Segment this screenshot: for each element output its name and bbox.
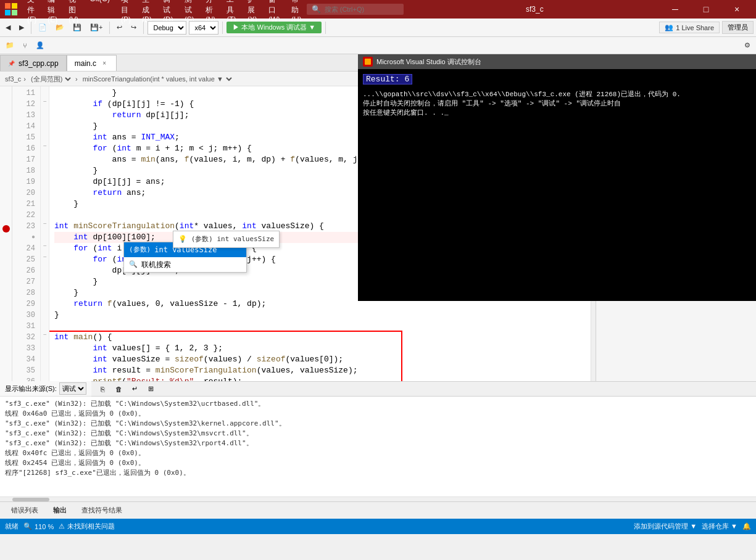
line-num: 28 — [17, 287, 35, 299]
save-all-button[interactable]: 💾+ — [87, 22, 106, 33]
output-line-6: 线程 0x40fc 已退出，返回值为 0 (0x0)。 — [5, 448, 751, 458]
code-line-37: printf("Result: %d\n", result); — [54, 376, 586, 381]
line-num: 36 — [17, 376, 35, 381]
properties-button[interactable]: ⚙ — [741, 39, 754, 51]
window-controls: ─ □ × — [661, 0, 751, 19]
output-line-8: 程序"[21268] sf3_c.exe"已退出，返回值为 0 (0x0)。 — [5, 468, 751, 478]
line-num: 11 — [17, 88, 35, 99]
autocomplete-label-1: 联机搜索 — [141, 259, 171, 270]
line-num: 22 — [17, 210, 35, 221]
hint-text: (参数) int valuesSize — [191, 235, 275, 243]
bottom-tab-find-results[interactable]: 查找符号结果 — [75, 504, 128, 516]
toolbar-separator-4 — [222, 22, 223, 34]
team-explorer-button[interactable]: 👤 — [33, 39, 48, 51]
tab-label-main: main.c — [75, 59, 96, 68]
bottom-tab-errors[interactable]: 错误列表 — [5, 504, 44, 516]
breakpoint-marker[interactable] — [2, 225, 10, 233]
collapse-btn-25[interactable]: − — [41, 243, 49, 254]
status-bar-right: 添加到源代码管理 ▼ 选择仓库 ▼ 🔔 — [634, 522, 751, 531]
collapse-btn-33[interactable]: − — [41, 332, 49, 343]
collapse-gutter: − − − − − − — [41, 86, 49, 381]
open-button[interactable]: 📂 — [52, 22, 67, 33]
tab-sf3-cpp[interactable]: 📌 sf3_cpp.cpp — [0, 55, 67, 71]
output-copy-btn[interactable]: ⎘ — [96, 382, 110, 396]
param-icon: (参数) — [129, 244, 151, 255]
tab-close-button[interactable]: × — [100, 59, 109, 68]
new-file-button[interactable]: 📄 — [35, 22, 50, 33]
breadcrumb-function-select[interactable]: minScoreTriangulation(int * values, int … — [80, 75, 234, 83]
console-title: Microsoft Visual Studio 调试控制台 — [376, 57, 481, 67]
output-clear-btn[interactable]: 🗑 — [112, 382, 126, 396]
global-search-input[interactable] — [325, 6, 399, 13]
output-hscrollbar[interactable] — [0, 496, 756, 501]
output-panel: 显示输出来源(S): 调试 ⎘ 🗑 ↵ ⊞ "sf3_c.exe" (Win32… — [0, 381, 756, 501]
notification-bell[interactable]: 🔔 — [742, 522, 751, 530]
output-line-5: "sf3_c.exe" (Win32): 已加载 "C:\Windows\Sys… — [5, 439, 751, 448]
console-content[interactable]: Result: 6 ...\\gopath\\src\\dsv\\sf3_c\\… — [358, 69, 756, 301]
platform-select[interactable]: x64 — [189, 21, 218, 35]
close-button[interactable]: × — [723, 0, 751, 19]
code-line-31: } — [54, 310, 586, 321]
nav-toolbar: 📁 ⑂ 👤 ⚙ — [0, 37, 756, 54]
console-result-line: Result: 6 — [363, 74, 751, 84]
add-source-btn[interactable]: 添加到源代码管理 ▼ — [634, 522, 697, 531]
tab-pin-icon: 📌 — [8, 60, 15, 67]
live-share-button[interactable]: 👥 1 Live Share — [659, 22, 720, 33]
line-num: 13 — [17, 110, 35, 121]
debug-config-select[interactable]: Debug — [147, 21, 186, 35]
svg-rect-0 — [5, 3, 10, 9]
console-spacer — [363, 84, 751, 89]
output-line-2: 线程 0x46a0 已退出，返回值为 0 (0x0)。 — [5, 409, 751, 419]
line-num: 18 — [17, 165, 35, 176]
run-button[interactable]: ▶ 本地 Windows 调试器 ▼ — [226, 22, 322, 33]
output-filter-btn[interactable]: ⊞ — [144, 382, 158, 396]
forward-button[interactable]: ▶ — [16, 22, 27, 33]
solution-explorer-toggle[interactable]: 📁 — [2, 39, 17, 51]
collapse-btn-16[interactable]: − — [41, 143, 49, 154]
line-num: 29 — [17, 299, 35, 310]
line-num: 31 — [17, 321, 35, 332]
breadcrumb-file[interactable]: sf3_c — [5, 75, 21, 83]
collapse-btn-23[interactable]: − — [41, 221, 49, 232]
minimize-button[interactable]: ─ — [661, 0, 689, 19]
console-line-3: 按任意键关闭此窗口. . ._ — [363, 108, 751, 117]
code-line-35: int valuesSize = sizeof(values) / sizeof… — [54, 354, 586, 365]
line-num: 15 — [17, 132, 35, 143]
collapse-btn-26[interactable]: − — [41, 254, 49, 265]
bottom-tab-output[interactable]: 输出 — [47, 504, 73, 516]
line-num: 14 — [17, 121, 35, 132]
breadcrumb-scope-select[interactable]: (全局范围) — [28, 75, 73, 83]
line-num: 23 — [17, 221, 35, 232]
window-title: sf3_c — [409, 5, 661, 14]
output-wrap-btn[interactable]: ↵ — [128, 382, 142, 396]
autocomplete-item-1[interactable]: 🔍 联机搜索 — [124, 257, 246, 272]
undo-button[interactable]: ↩ — [114, 22, 125, 33]
collapse-btn-12[interactable]: − — [41, 99, 49, 110]
save-button[interactable]: 💾 — [70, 22, 85, 33]
output-hscrollbar-thumb[interactable] — [12, 498, 49, 501]
line-num: ● — [17, 232, 35, 243]
maximize-button[interactable]: □ — [692, 0, 720, 19]
live-share-icon: 👥 — [665, 23, 673, 31]
back-button[interactable]: ◀ — [2, 22, 14, 33]
select-repo-btn[interactable]: 选择仓库 ▼ — [702, 522, 737, 531]
svg-rect-2 — [5, 10, 10, 15]
tab-main-c[interactable]: main.c × — [67, 55, 117, 71]
line-num: 32 — [17, 332, 35, 343]
line-num: 30 — [17, 310, 35, 321]
toolbar-separator-5 — [325, 22, 326, 34]
svg-rect-3 — [12, 10, 17, 15]
code-line-32 — [54, 321, 586, 332]
zoom-icon: 🔍 — [23, 522, 32, 530]
live-share-label: 1 Live Share — [676, 24, 714, 31]
breadcrumb-separator-2: › — [75, 75, 78, 83]
git-changes-button[interactable]: ⑂ — [20, 40, 30, 51]
redo-button[interactable]: ↪ — [128, 22, 139, 33]
console-window-wrapper: Microsoft Visual Studio 调试控制台 Result: 6 … — [358, 54, 756, 301]
manage-button[interactable]: 管理员 — [722, 21, 754, 34]
output-line-3: "sf3_c.exe" (Win32): 已加载 "C:\Windows\Sys… — [5, 419, 751, 429]
output-source-select[interactable]: 调试 — [59, 382, 86, 395]
result-highlight-box: Result: 6 — [363, 74, 412, 84]
output-content[interactable]: "sf3_c.exe" (Win32): 已加载 "C:\Windows\Sys… — [0, 397, 756, 496]
title-bar: 文件(F) 编辑(E) 视图(V) Git(G) 项目(P) 生成(B) 调试(… — [0, 0, 756, 19]
